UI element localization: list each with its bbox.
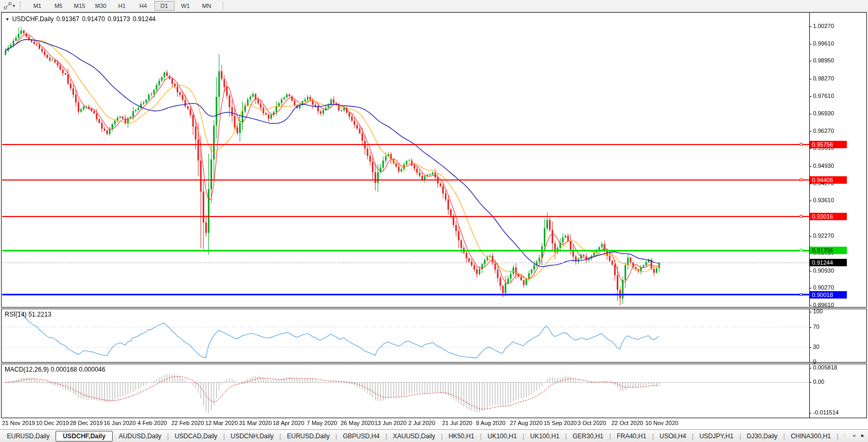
rsi-tick-mark (810, 327, 811, 328)
price-tick-mark (810, 166, 811, 167)
line-handle[interactable] (800, 178, 802, 181)
horizontal-level-line[interactable] (2, 250, 809, 251)
date-label: 3 Oct 2020 (578, 420, 606, 426)
timeframe-button-d1[interactable]: D1 (154, 1, 175, 11)
chart-tab-eurusd-daily[interactable]: EURUSD,Daily (281, 431, 335, 441)
symbol-label: USDCHF,Daily (12, 15, 54, 23)
chart-tab-fra40-h1[interactable]: FRA40,H1 (611, 431, 652, 441)
chart-tab-gbpusd-h4[interactable]: GBPUSD,H4 (337, 431, 385, 441)
price-tick-mark (810, 271, 811, 272)
level-price-badge: 0.93016 (810, 213, 847, 220)
rsi-scale-label: 30 (813, 344, 819, 350)
rsi-scale-label: 70 (813, 323, 819, 330)
date-label: 10 Nov 2020 (645, 420, 678, 426)
chart-tab-hk50-h1[interactable]: HK50,H1 (443, 431, 480, 441)
date-label: 21 Nov 2019 (2, 420, 35, 426)
date-label: 2 Jul 2020 (408, 420, 435, 426)
chart-surface[interactable] (0, 0, 868, 442)
chart-tab-usdjpy-h1[interactable]: USDJPY,H1 (693, 431, 739, 441)
macd-scale-label: 0.00 (813, 378, 824, 385)
toolbar-grip[interactable] (20, 2, 23, 10)
high-value: 0.91470 (82, 15, 105, 23)
timeframe-button-mn[interactable]: MN (197, 1, 217, 11)
chart-tab-xauusd-daily[interactable]: XAUUSD,Daily (387, 431, 441, 441)
macd-tick-mark (810, 413, 811, 413)
toolbar: ▾ M1M5M15M30H1H4D1W1MN (0, 0, 868, 12)
chevron-down-icon[interactable]: ▾ (13, 3, 15, 8)
level-price-badge: 0.91706 (810, 247, 847, 254)
horizontal-level-line[interactable] (2, 294, 809, 295)
macd-signal-value: 0.000046 (79, 366, 105, 373)
price-tick-label: 0.96930 (813, 110, 834, 116)
low-value: 0.91173 (107, 15, 130, 23)
chart-tab-uk100-h1[interactable]: UK100,H1 (524, 431, 565, 441)
horizontal-level-line[interactable] (2, 179, 809, 181)
date-label: 8 Aug 2020 (476, 420, 506, 426)
line-handle[interactable] (800, 293, 802, 296)
chart-tab-usdchf-daily[interactable]: USDCHF,Daily (56, 431, 113, 441)
current-price-line (2, 263, 809, 263)
date-label: 7 May 2020 (307, 420, 337, 426)
toolbar-separator (223, 2, 223, 10)
chart-tab-audusd-daily[interactable]: AUDUSD,Daily (113, 431, 167, 441)
chart-tab-ger30-h1[interactable]: GER30,H1 (567, 431, 609, 441)
tab-scroll-right-button[interactable]: ▸ (859, 432, 866, 439)
line-studies-icon[interactable] (2, 2, 13, 10)
chart-tab-uk100-h1[interactable]: UK100,H1 (482, 431, 523, 441)
line-handle[interactable] (800, 249, 802, 251)
chart-tab-usoil-da[interactable]: USOil,Da (838, 431, 845, 441)
timeframe-button-m5[interactable]: M5 (49, 1, 69, 11)
panel-divider[interactable] (1, 307, 867, 309)
chart-tab-dj30-daily[interactable]: DJ30,Daily (741, 431, 783, 441)
timeframe-button-m1[interactable]: M1 (28, 1, 48, 11)
rsi-name: RSI(14) (5, 311, 26, 318)
date-label: 18 Apr 2020 (273, 420, 304, 426)
symbol-dropdown-caret-icon[interactable]: ▼ (5, 17, 10, 22)
price-tick-label: 0.97610 (813, 93, 834, 99)
tab-scroll-left-button[interactable]: ◂ (850, 432, 857, 439)
price-tick-label: 0.90270 (813, 284, 834, 291)
macd-main-value: 0.000168 (51, 366, 77, 373)
price-tick-label: 0.99610 (813, 40, 834, 47)
close-value: 0.91244 (133, 15, 156, 23)
chart-tab-eurusd-daily[interactable]: EURUSD,Daily (1, 431, 56, 441)
chart-tabs: EURUSD,DailyUSDCHF,DailyAUDUSD,Daily|USD… (1, 430, 845, 442)
chart-tab-china300-h1[interactable]: CHINA300,H1 (785, 431, 837, 441)
tab-scroll-buttons: ◂ ▸ (850, 432, 866, 439)
timeframe-button-m15[interactable]: M15 (70, 1, 90, 11)
price-tick-mark (810, 288, 811, 288)
chart-tab-usdcnh-daily[interactable]: USDCNH,Daily (225, 431, 279, 441)
price-tick-label: 0.94930 (813, 163, 834, 169)
horizontal-level-line[interactable] (2, 144, 809, 145)
chart-tab-usoil-h4[interactable]: USOil,H4 (654, 431, 692, 441)
price-tick-mark (810, 44, 811, 44)
timeframe-button-m30[interactable]: M30 (91, 1, 111, 11)
price-tick-mark (810, 236, 811, 237)
date-label: 21 Jul 2020 (442, 420, 472, 426)
line-handle[interactable] (800, 215, 802, 218)
timeframe-button-w1[interactable]: W1 (176, 1, 196, 11)
open-value: 0.91367 (57, 15, 79, 23)
price-tick-mark (810, 114, 811, 114)
price-tick-mark (810, 96, 811, 97)
rsi-scale-label: 100 (813, 308, 823, 314)
price-tick-label: 0.92270 (813, 232, 834, 239)
rsi-tick-mark (810, 312, 811, 312)
panel-divider[interactable] (1, 362, 867, 364)
line-handle[interactable] (800, 143, 802, 146)
timeframe-button-h1[interactable]: H1 (112, 1, 132, 11)
rsi-axis[interactable] (809, 309, 810, 362)
macd-scale-label: 0.005818 (813, 364, 837, 371)
date-label: 26 May 2020 (341, 420, 374, 426)
macd-axis[interactable] (809, 364, 810, 418)
date-label: 31 Mar 2020 (239, 420, 272, 426)
price-tick-label: 0.90930 (813, 267, 834, 274)
horizontal-level-line[interactable] (2, 216, 809, 217)
date-label: 12 Mar 2020 (205, 420, 238, 426)
macd-tick-mark (810, 368, 811, 368)
current-price-badge: 0.91244 (810, 259, 847, 266)
timeframe-button-h4[interactable]: H4 (133, 1, 153, 11)
chart-tab-usdcad-daily[interactable]: USDCAD,Daily (169, 431, 223, 441)
price-tick-label: 0.98270 (813, 75, 834, 82)
date-label: 28 Dec 2019 (70, 420, 103, 426)
